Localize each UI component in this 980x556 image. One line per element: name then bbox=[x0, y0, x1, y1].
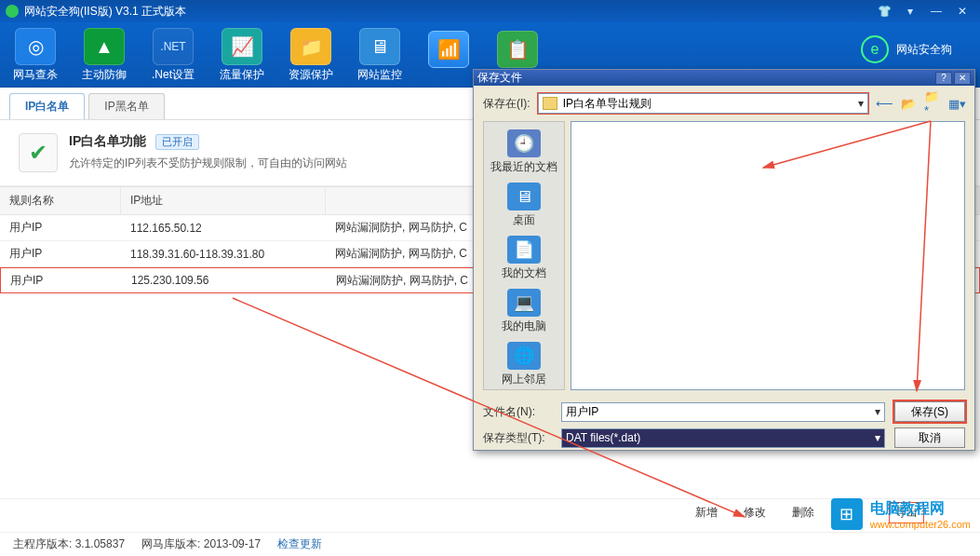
cell-rule-name: 用户IP bbox=[1, 273, 122, 289]
router-icon: 📶 bbox=[428, 31, 469, 68]
panel-title: IP白名单功能 bbox=[69, 133, 146, 148]
dialog-save-in-row: 保存在(I): IP白名单导出规则 ▾ ⟵ 📂 📁* ▦▾ bbox=[474, 86, 974, 121]
toolbar-traffic-label: 流量保护 bbox=[220, 67, 264, 83]
back-icon[interactable]: ⟵ bbox=[876, 95, 893, 112]
dialog-cancel-button[interactable]: 取消 bbox=[894, 427, 965, 448]
toolbar-dotnet-label: .Net设置 bbox=[152, 67, 195, 83]
filename-input[interactable]: 用户IP ▾ bbox=[561, 402, 885, 422]
save-file-dialog: 保存文件 ? ✕ 保存在(I): IP白名单导出规则 ▾ ⟵ 📂 📁* ▦▾ 🕘… bbox=[473, 69, 975, 451]
resource-icon: 📁 bbox=[290, 28, 331, 65]
toolbar-dotnet[interactable]: .NET .Net设置 bbox=[147, 28, 199, 87]
app-logo-icon bbox=[6, 5, 19, 18]
toolbar-scan-label: 网马查杀 bbox=[13, 67, 58, 83]
tab-ip-whitelist[interactable]: IP白名单 bbox=[9, 93, 85, 119]
filetype-value: DAT files(*.dat) bbox=[566, 431, 640, 444]
brand-text: 网站安全狗 bbox=[896, 42, 952, 58]
places-mydocs[interactable]: 📄 我的文档 bbox=[484, 234, 564, 283]
filetype-combo[interactable]: DAT files(*.dat) ▾ bbox=[561, 428, 885, 448]
filetype-label: 保存类型(T): bbox=[483, 430, 552, 446]
shield-icon: ▲ bbox=[84, 28, 125, 65]
brand-area: e 网站安全狗 bbox=[861, 35, 952, 63]
db-version-text: 网马库版本: 2013-09-17 bbox=[141, 536, 261, 552]
action-add[interactable]: 新增 bbox=[695, 505, 718, 521]
toolbar-router[interactable]: 📶 bbox=[423, 31, 475, 87]
watermark-title: 电脑教程网 bbox=[870, 499, 971, 519]
chevron-down-icon: ▾ bbox=[858, 97, 864, 110]
dialog-places-bar: 🕘 我最近的文档 🖥 桌面 📄 我的文档 💻 我的电脑 🌐 网上邻居 bbox=[483, 121, 565, 390]
dialog-titlebar: 保存文件 ? ✕ bbox=[474, 70, 974, 86]
toolbar-resource[interactable]: 📁 资源保护 bbox=[285, 28, 337, 87]
menu-dropdown-button[interactable]: ▾ bbox=[898, 4, 922, 19]
dialog-save-button[interactable]: 保存(S) bbox=[894, 401, 965, 422]
tab-ip-blacklist[interactable]: IP黑名单 bbox=[88, 93, 164, 119]
scan-icon: ◎ bbox=[15, 28, 56, 65]
cell-rule-name: 用户IP bbox=[0, 246, 121, 262]
places-mycomputer[interactable]: 💻 我的电脑 bbox=[484, 287, 564, 336]
watermark-url: www.computer26.com bbox=[870, 519, 971, 530]
check-update-link[interactable]: 检查更新 bbox=[277, 536, 322, 552]
desktop-icon: 🖥 bbox=[507, 183, 541, 210]
recent-docs-icon: 🕘 bbox=[507, 129, 541, 157]
main-version-text: 主程序版本: 3.1.05837 bbox=[13, 536, 125, 552]
view-mode-icon[interactable]: ▦▾ bbox=[948, 95, 965, 112]
enabled-badge[interactable]: 已开启 bbox=[155, 134, 199, 150]
dotnet-icon: .NET bbox=[153, 28, 194, 65]
up-folder-icon[interactable]: 📂 bbox=[900, 95, 917, 112]
titlebar: 网站安全狗(IIS版) V3.1 正式版本 👕 ▾ — ✕ bbox=[0, 0, 980, 22]
places-recent[interactable]: 🕘 我最近的文档 bbox=[484, 128, 564, 177]
new-folder-icon[interactable]: 📁* bbox=[924, 95, 941, 112]
save-in-label: 保存在(I): bbox=[483, 96, 530, 112]
toolbar-monitor[interactable]: 🖥 网站监控 bbox=[354, 28, 406, 87]
toolbar-defense[interactable]: ▲ 主动防御 bbox=[78, 28, 130, 87]
cell-rule-name: 用户IP bbox=[0, 220, 121, 236]
places-desktop[interactable]: 🖥 桌面 bbox=[484, 181, 564, 230]
dialog-file-list[interactable] bbox=[571, 121, 965, 390]
chevron-down-icon: ▾ bbox=[875, 405, 880, 418]
cell-ip: 125.230.109.56 bbox=[122, 274, 327, 287]
brand-logo-icon: e bbox=[861, 35, 889, 63]
toolbar-scan[interactable]: ◎ 网马查杀 bbox=[9, 28, 61, 87]
toolbar-traffic[interactable]: 📈 流量保护 bbox=[216, 28, 268, 87]
log-icon: 📋 bbox=[497, 31, 538, 68]
toolbar-resource-label: 资源保护 bbox=[289, 67, 333, 83]
network-icon: 🌐 bbox=[507, 342, 541, 370]
save-in-value: IP白名单导出规则 bbox=[563, 96, 651, 112]
mycomputer-icon: 💻 bbox=[507, 289, 541, 317]
monitor-icon: 🖥 bbox=[359, 28, 400, 65]
status-bar: 主程序版本: 3.1.05837 网马库版本: 2013-09-17 检查更新 bbox=[0, 532, 980, 556]
places-network[interactable]: 🌐 网上邻居 bbox=[484, 340, 564, 389]
save-in-combo[interactable]: IP白名单导出规则 ▾ bbox=[538, 93, 868, 114]
chevron-down-icon: ▾ bbox=[875, 431, 880, 444]
watermark: ⊞ 电脑教程网 www.computer26.com bbox=[831, 498, 971, 530]
col-rule-name: 规则名称 bbox=[0, 187, 121, 214]
dialog-title: 保存文件 bbox=[477, 70, 522, 86]
folder-icon bbox=[543, 97, 557, 110]
action-delete[interactable]: 删除 bbox=[792, 505, 814, 521]
filename-label: 文件名(N): bbox=[483, 404, 552, 420]
panel-description: 允许特定的IP列表不受防护规则限制，可自由的访问网站 bbox=[69, 156, 347, 171]
enabled-check-icon: ✔ bbox=[19, 133, 58, 172]
filename-value: 用户IP bbox=[566, 404, 598, 420]
app-title: 网站安全狗(IIS版) V3.1 正式版本 bbox=[24, 4, 870, 20]
toolbar-defense-label: 主动防御 bbox=[82, 67, 127, 83]
dialog-help-button[interactable]: ? bbox=[935, 72, 952, 85]
col-ip-addr: IP地址 bbox=[121, 187, 326, 214]
watermark-icon: ⊞ bbox=[831, 498, 863, 530]
skin-button[interactable]: 👕 bbox=[872, 4, 896, 19]
dialog-close-button[interactable]: ✕ bbox=[954, 72, 971, 85]
cell-ip: 112.165.50.12 bbox=[121, 222, 326, 235]
close-button[interactable]: ✕ bbox=[950, 4, 974, 19]
minimize-button[interactable]: — bbox=[924, 4, 948, 19]
traffic-icon: 📈 bbox=[222, 28, 262, 65]
cell-ip: 118.39.31.60-118.39.31.80 bbox=[121, 248, 326, 261]
action-edit[interactable]: 修改 bbox=[744, 505, 766, 521]
mydocs-icon: 📄 bbox=[507, 236, 541, 264]
toolbar-monitor-label: 网站监控 bbox=[357, 67, 402, 83]
